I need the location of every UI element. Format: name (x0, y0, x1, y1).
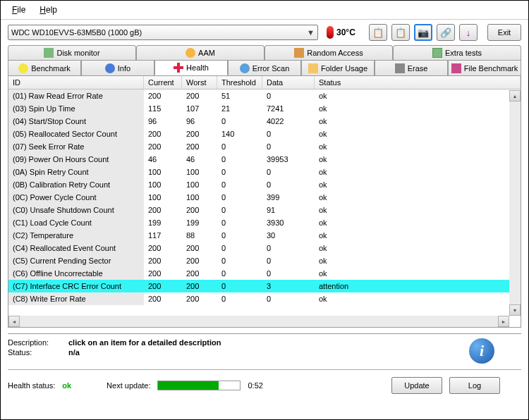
scroll-right-icon[interactable]: ► (498, 316, 509, 327)
cell-current: 115 (144, 102, 182, 115)
menu-file[interactable]: File (6, 2, 31, 18)
download-button[interactable]: ↓ (459, 24, 478, 41)
monitor-icon (44, 48, 54, 58)
tab-error-scan[interactable]: Error Scan (228, 60, 301, 75)
table-row[interactable]: (09) Power On Hours Count4646039953ok (8, 153, 521, 166)
next-update-label: Next update: (107, 381, 150, 390)
cell-threshold: 0 (217, 178, 262, 191)
tab-disk-monitor[interactable]: Disk monitor (8, 45, 136, 60)
tab-folder-usage[interactable]: Folder Usage (301, 60, 375, 75)
cell-worst: 46 (182, 153, 217, 166)
table-row[interactable]: (C2) Temperature11788030ok (8, 229, 521, 242)
temperature-display: 30°C (327, 26, 355, 39)
cell-status: ok (315, 191, 521, 204)
cell-current: 117 (144, 229, 182, 242)
col-status[interactable]: Status (315, 76, 521, 89)
tab-benchmark[interactable]: Benchmark (8, 60, 81, 75)
cell-worst: 200 (182, 292, 217, 305)
tab-info[interactable]: Info (81, 60, 154, 75)
cell-worst: 100 (182, 191, 217, 204)
cell-status: ok (315, 166, 521, 178)
copy-button[interactable]: 📋 (369, 24, 387, 41)
table-row[interactable]: (0A) Spin Retry Count10010000ok (8, 166, 521, 178)
horizontal-scrollbar[interactable]: ◄ ► (8, 316, 509, 327)
table-row[interactable]: (C4) Reallocated Event Count20020000ok (8, 242, 521, 254)
scroll-up-icon[interactable]: ▲ (509, 90, 521, 101)
cell-status: ok (315, 178, 521, 191)
link-button[interactable]: 🔗 (437, 24, 455, 41)
drive-select[interactable]: WDC WD10EVVS-63M5B0 (1000 gB) ▼ (8, 25, 318, 40)
cell-threshold: 140 (217, 128, 262, 140)
cell-worst: 199 (182, 216, 217, 229)
cell-id: (C5) Current Pending Sector (8, 254, 144, 267)
cell-id: (C7) Interface CRC Error Count (8, 280, 144, 292)
cell-data: 0 (262, 267, 315, 280)
cell-current: 46 (144, 153, 182, 166)
cell-status: ok (315, 115, 521, 128)
table-body: (01) Raw Read Error Rate200200510ok(03) … (8, 89, 521, 305)
copy2-button[interactable]: 📋 (391, 24, 410, 41)
table-row[interactable]: (C5) Current Pending Sector20020000ok (8, 254, 521, 267)
cell-current: 200 (144, 242, 182, 254)
col-worst[interactable]: Worst (182, 76, 217, 89)
log-button[interactable]: Log (449, 377, 500, 394)
tab-health[interactable]: Health (154, 60, 228, 75)
tab-random-access[interactable]: Random Access (264, 45, 393, 60)
update-button[interactable]: Update (391, 377, 442, 394)
table-row[interactable]: (05) Reallocated Sector Count2002001400o… (8, 128, 521, 140)
cell-id: (C4) Reallocated Event Count (8, 242, 144, 254)
cell-id: (C6) Offline Uncorrectable (8, 267, 144, 280)
table-row[interactable]: (0B) Calibration Retry Count10010000ok (8, 178, 521, 191)
table-row[interactable]: (03) Spin Up Time115107217241ok (8, 102, 521, 115)
cell-threshold: 0 (217, 166, 262, 178)
table-row[interactable]: (C8) Write Error Rate20020000ok (8, 292, 521, 305)
table-row[interactable]: (01) Raw Read Error Rate200200510ok (8, 89, 521, 102)
cell-data: 7241 (262, 102, 315, 115)
table-row[interactable]: (C0) Unsafe Shutdown Count200200091ok (8, 204, 521, 216)
cell-worst: 88 (182, 229, 217, 242)
vertical-scrollbar[interactable]: ▲ ▼ (509, 90, 521, 316)
cell-current: 200 (144, 128, 182, 140)
cell-worst: 200 (182, 140, 217, 153)
table-row[interactable]: (C7) Interface CRC Error Count20020003at… (8, 280, 521, 292)
cell-worst: 200 (182, 254, 217, 267)
exit-button[interactable]: Exit (487, 24, 521, 41)
cell-id: (C0) Unsafe Shutdown Count (8, 204, 144, 216)
tab-aam[interactable]: AAM (136, 45, 264, 60)
cell-id: (C2) Temperature (8, 229, 144, 242)
scroll-down-icon[interactable]: ▼ (509, 304, 521, 316)
cell-current: 200 (144, 267, 182, 280)
table-row[interactable]: (0C) Power Cycle Count1001000399ok (8, 191, 521, 204)
table-row[interactable]: (C6) Offline Uncorrectable20020000ok (8, 267, 521, 280)
table-row[interactable]: (07) Seek Error Rate20020000ok (8, 140, 521, 153)
table-row[interactable]: (C1) Load Cycle Count19919903930ok (8, 216, 521, 229)
cell-threshold: 0 (217, 292, 262, 305)
cell-current: 100 (144, 191, 182, 204)
cell-id: (03) Spin Up Time (8, 102, 144, 115)
screenshot-button[interactable]: 📷 (414, 24, 432, 41)
tab-extra-tests[interactable]: Extra tests (393, 45, 521, 60)
cell-current: 200 (144, 140, 182, 153)
col-current[interactable]: Current (144, 76, 182, 89)
tab-file-benchmark[interactable]: File Benchmark (448, 60, 521, 75)
cell-threshold: 0 (217, 229, 262, 242)
cell-status: ok (315, 102, 521, 115)
info-icon[interactable]: i (469, 338, 494, 364)
cell-data: 0 (262, 178, 315, 191)
col-id[interactable]: ID (8, 76, 144, 89)
table-header: ID Current Worst Threshold Data Status (8, 76, 521, 89)
cell-data: 3 (262, 280, 315, 292)
col-data[interactable]: Data (262, 76, 315, 89)
table-row[interactable]: (04) Start/Stop Count969604022ok (8, 115, 521, 128)
info-icon (105, 63, 115, 73)
col-threshold[interactable]: Threshold (217, 76, 262, 89)
cell-worst: 100 (182, 166, 217, 178)
cell-id: (0C) Power Cycle Count (8, 191, 144, 204)
menu-help[interactable]: Help (34, 2, 63, 18)
cell-current: 96 (144, 115, 182, 128)
health-icon (174, 63, 183, 73)
tab-erase[interactable]: Erase (375, 60, 448, 75)
scroll-left-icon[interactable]: ◄ (8, 316, 20, 327)
tabs-row-1: Disk monitor AAM Random Access Extra tes… (8, 45, 521, 60)
cell-data: 4022 (262, 115, 315, 128)
